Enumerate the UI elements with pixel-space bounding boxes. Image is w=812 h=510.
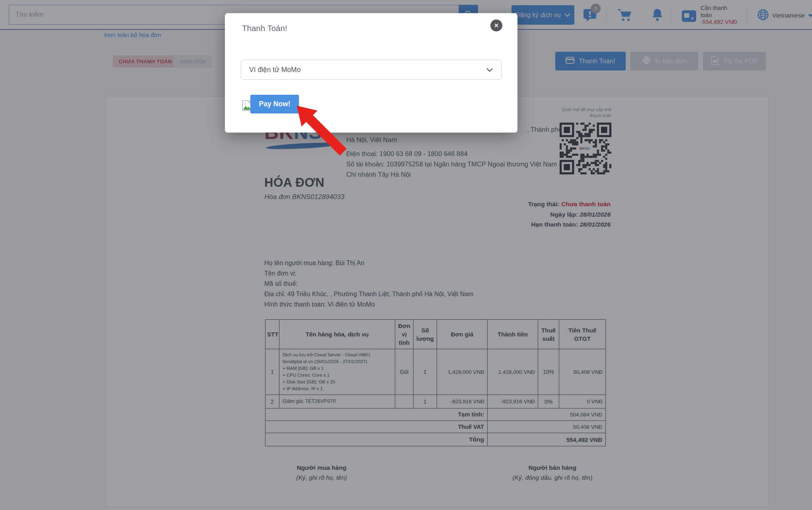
- payment-modal: Thanh Toán! × Ví điện tử MoMo Pay Now!: [225, 13, 517, 133]
- modal-title: Thanh Toán!: [242, 23, 287, 33]
- payment-method-value: Ví điện tử MoMo: [249, 66, 301, 74]
- bkns-billing-page: Đăng ký dịch vụ 0: [0, 0, 812, 510]
- chevron-down-icon: [486, 66, 493, 74]
- close-icon[interactable]: ×: [490, 20, 502, 31]
- pay-now-button[interactable]: Pay Now!: [250, 95, 299, 113]
- payment-method-select[interactable]: Ví điện tử MoMo: [241, 60, 502, 80]
